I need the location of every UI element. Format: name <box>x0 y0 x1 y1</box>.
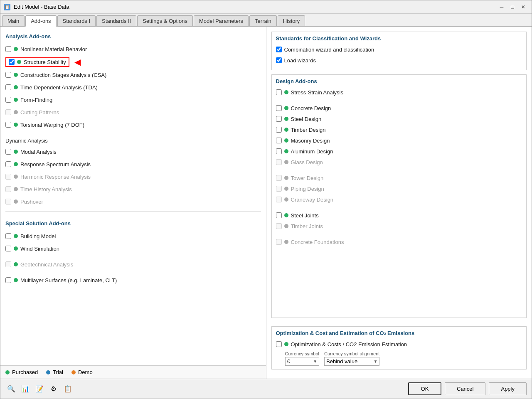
concrete-foundations-checkbox <box>276 239 282 245</box>
form-finding-checkbox[interactable] <box>5 97 11 103</box>
tab-standards-i[interactable]: Standards I <box>57 15 96 26</box>
green-dot-icon <box>14 47 18 51</box>
currency-alignment-value: Behind value <box>326 358 357 365</box>
special-addons-title: Special Solution Add-ons <box>5 220 261 227</box>
list-item: Steel Joints <box>276 211 522 220</box>
building-model-checkbox[interactable] <box>5 233 11 239</box>
list-item: Response Spectrum Analysis <box>5 160 261 169</box>
green-dot-icon <box>14 150 18 154</box>
wind-simulation-label: Wind Simulation <box>20 246 59 252</box>
torsional-warping-checkbox[interactable] <box>5 122 11 128</box>
stress-strain-checkbox[interactable] <box>276 89 282 95</box>
masonry-design-checkbox[interactable] <box>276 138 282 143</box>
list-item: Pushover <box>5 197 261 206</box>
data-button[interactable]: 📊 <box>20 383 31 395</box>
list-item: Timber Design <box>276 125 522 134</box>
copy-button[interactable]: 📋 <box>62 383 74 395</box>
search-button[interactable]: 🔍 <box>5 383 17 395</box>
settings-button[interactable]: ⚙ <box>48 383 59 395</box>
concrete-design-label: Concrete Design <box>291 105 331 111</box>
maximize-button[interactable]: □ <box>507 3 517 11</box>
green-dot-icon <box>284 106 288 110</box>
glass-design-checkbox <box>276 159 282 165</box>
green-dot-icon <box>14 85 18 89</box>
gray-dot-icon <box>284 224 288 228</box>
time-history-label: Time History Analysis <box>20 186 72 192</box>
minimize-button[interactable]: ─ <box>497 3 507 11</box>
standards-title: Standards for Classification and Wizards <box>276 35 522 42</box>
construction-stages-label: Construction Stages Analysis (CSA) <box>20 72 106 78</box>
concrete-design-checkbox[interactable] <box>276 105 282 111</box>
optimization-costs-checkbox[interactable] <box>276 341 282 347</box>
currency-alignment-group: Currency symbol alignment Behind value ▼ <box>324 351 379 366</box>
demo-dot-icon <box>71 370 76 374</box>
wind-simulation-checkbox[interactable] <box>5 246 11 251</box>
currency-symbol-select[interactable]: € ▼ <box>285 357 320 366</box>
apply-button[interactable]: Apply <box>489 382 527 395</box>
list-item: Geotechnical Analysis <box>5 260 261 269</box>
ok-button[interactable]: OK <box>408 382 441 395</box>
edit-button[interactable]: 📝 <box>34 383 45 395</box>
list-item: Time History Analysis <box>5 185 261 194</box>
aluminum-design-label: Aluminum Design <box>291 148 333 155</box>
concrete-foundations-label: Concrete Foundations <box>291 239 344 245</box>
load-wizards-checkbox[interactable] <box>276 57 282 63</box>
list-item: Modal Analysis <box>5 147 261 156</box>
modal-analysis-checkbox[interactable] <box>5 149 11 155</box>
tower-design-checkbox <box>276 175 282 181</box>
response-spectrum-label: Response Spectrum Analysis <box>20 161 91 167</box>
close-button[interactable]: ✕ <box>518 3 528 11</box>
trial-dot-icon <box>46 370 50 374</box>
form-finding-label: Form-Finding <box>20 97 52 103</box>
standards-section: Standards for Classification and Wizards… <box>271 32 527 70</box>
tab-model-parameters[interactable]: Model Parameters <box>194 15 249 26</box>
tab-main[interactable]: Main <box>2 15 25 26</box>
tower-design-label: Tower Design <box>291 175 324 181</box>
list-item: Structure Stability ◀ <box>5 57 261 67</box>
gray-dot-icon <box>14 200 18 204</box>
structure-stability-checkbox[interactable] <box>9 59 15 65</box>
bottom-icons: 🔍 📊 📝 ⚙ 📋 <box>5 383 74 395</box>
steel-design-checkbox[interactable] <box>276 116 282 122</box>
list-item: Aluminum Design <box>276 147 522 156</box>
currency-alignment-select[interactable]: Behind value ▼ <box>324 357 379 366</box>
tab-terrain[interactable]: Terrain <box>249 15 277 26</box>
cutting-patterns-label: Cutting Patterns <box>20 109 59 116</box>
harmonic-response-checkbox <box>5 174 11 180</box>
combination-wizard-checkbox[interactable] <box>276 47 282 52</box>
aluminum-design-checkbox[interactable] <box>276 148 282 154</box>
green-dot-icon <box>14 234 18 238</box>
pushover-label: Pushover <box>20 199 43 205</box>
pushover-checkbox <box>5 199 11 204</box>
purchased-dot-icon <box>5 370 10 374</box>
steel-joints-checkbox[interactable] <box>276 212 282 218</box>
currency-symbol-value: € <box>287 358 290 365</box>
gray-dot-icon <box>14 110 18 114</box>
construction-stages-checkbox[interactable] <box>5 72 11 78</box>
green-dot-icon <box>14 162 18 166</box>
cutting-patterns-checkbox <box>5 109 11 115</box>
green-dot-icon <box>14 73 18 77</box>
tab-standards-ii[interactable]: Standards II <box>96 15 136 26</box>
stress-strain-label: Stress-Strain Analysis <box>291 89 343 96</box>
multilayer-surfaces-checkbox[interactable] <box>5 277 11 283</box>
purchased-label: Purchased <box>12 369 38 375</box>
timber-design-checkbox[interactable] <box>276 127 282 133</box>
cancel-button[interactable]: Cancel <box>445 382 485 395</box>
currency-symbol-label: Currency symbol <box>285 351 320 356</box>
tab-settings-options[interactable]: Settings & Options <box>137 15 193 26</box>
gray-dot-icon <box>14 175 18 179</box>
tab-addons[interactable]: Add-ons <box>25 15 56 27</box>
green-dot-icon <box>17 60 21 64</box>
green-dot-icon <box>14 278 18 282</box>
tab-history[interactable]: History <box>278 15 305 26</box>
piping-design-label: Piping Design <box>291 186 324 192</box>
list-item: Multilayer Surfaces (e.g. Laminate, CLT) <box>5 276 261 285</box>
list-item: Construction Stages Analysis (CSA) <box>5 70 261 79</box>
content-area: Analysis Add-ons Nonlinear Material Beha… <box>0 27 532 379</box>
analysis-addons-title: Analysis Add-ons <box>5 33 261 39</box>
response-spectrum-checkbox[interactable] <box>5 161 11 167</box>
main-window: 📋 Edit Model - Base Data ─ □ ✕ Main Add-… <box>0 0 532 399</box>
time-dependent-checkbox[interactable] <box>5 84 11 90</box>
nonlinear-material-checkbox[interactable] <box>5 46 11 52</box>
